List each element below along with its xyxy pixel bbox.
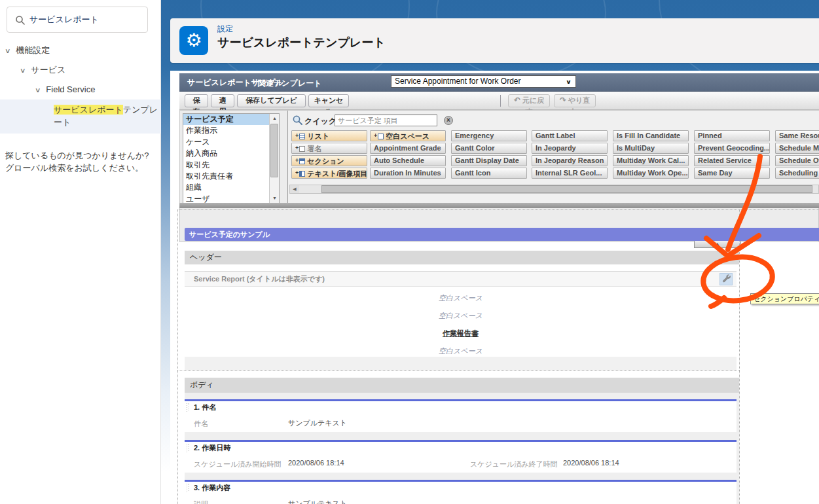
palette-widget-text[interactable]: +テキスト/画像項目 xyxy=(291,168,367,179)
template-toolbar: サービスレポートサンプル ▼ 関連テンプレート Service Appointm… xyxy=(179,73,819,92)
palette-widget-blank[interactable]: +空白スペース xyxy=(370,130,446,141)
palette-field-button[interactable]: Gantt Color xyxy=(451,143,527,154)
field-palette: クイック検索 × +リスト+署名+セクション+テキスト/画像項目+空白スペースA… xyxy=(287,111,819,204)
entity-list-panel: サービス予定作業指示ケース納入商品取引先取引先責任者組織ユーザ ▲ ▼ xyxy=(183,113,280,204)
chevron-down-icon[interactable]: ∨ xyxy=(5,44,11,58)
palette-field-button[interactable]: Auto Schedule xyxy=(370,155,446,166)
palette-widget-sign[interactable]: +署名 xyxy=(291,143,367,154)
sidebar-item-service-report-template[interactable]: サービスレポートテンプレート xyxy=(0,99,161,134)
body-region-bar: ボディ xyxy=(185,378,739,393)
undo-icon: ↶ xyxy=(514,96,520,105)
palette-field-button[interactable]: Pinned xyxy=(694,130,770,141)
report-title-link[interactable]: 作業報告書 xyxy=(185,329,737,338)
scroll-left-icon[interactable]: ◀ xyxy=(290,185,299,193)
scroll-up-icon[interactable]: ▲ xyxy=(270,114,280,123)
section-divider xyxy=(177,370,740,371)
setup-tree: ∨機能設定∨サービス∨Field Service xyxy=(0,43,161,102)
palette-field-button[interactable]: Prevent Geocoding... xyxy=(694,143,770,154)
blank-space-item: 空白スペース xyxy=(185,346,737,356)
editor-button-save-preview[interactable]: 保存してプレビュー xyxy=(237,94,306,107)
editor-button-save[interactable]: 保存 xyxy=(185,94,208,107)
setup-sidebar: ∨機能設定∨サービス∨Field Service サービスレポートテンプレート … xyxy=(0,0,161,504)
palette-horizontal-scrollbar[interactable]: ◀ xyxy=(289,185,819,194)
plus-icon: + xyxy=(295,157,299,164)
editor-button-apply[interactable]: 適用 xyxy=(211,94,234,107)
report-section[interactable]: 3. 作業内容説明サンプルテキスト xyxy=(185,480,737,504)
palette-field-button[interactable]: Same Day xyxy=(694,168,770,179)
field-value: 2020/08/06 18:14 xyxy=(288,459,344,467)
plus-icon: + xyxy=(295,145,299,151)
blank-space-item: 空白スペース xyxy=(185,311,737,321)
clear-search-icon[interactable]: × xyxy=(444,116,453,125)
plus-icon: + xyxy=(295,170,299,176)
section-number-title: 1. 件名 xyxy=(185,401,737,414)
sample-section-bar: サービス予定のサンプル xyxy=(185,228,819,241)
section-widget-icon xyxy=(299,158,305,164)
entity-list-item[interactable]: 取引先 xyxy=(183,160,269,171)
palette-field-button[interactable]: Scheduling F xyxy=(775,168,819,179)
chevron-down-icon[interactable]: ∨ xyxy=(20,63,26,78)
section-title: Service Report (タイトルは非表示です) xyxy=(194,274,325,284)
breadcrumb[interactable]: 設定 xyxy=(217,24,233,35)
entity-list-item[interactable]: 組織 xyxy=(183,182,269,193)
palette-field-button[interactable]: Appointment Grade xyxy=(370,143,446,154)
palette-field-button[interactable]: Same Resour xyxy=(775,130,819,141)
quick-search-input[interactable] xyxy=(335,115,437,126)
palette-field-button[interactable]: In Jeopardy xyxy=(532,143,608,154)
sidebar-item-label: サービスレポートテンプレート xyxy=(54,99,160,128)
palette-field-button[interactable]: Is Fill In Candidate xyxy=(613,130,689,141)
palette-field-button[interactable]: Related Service xyxy=(694,155,770,166)
entity-list-item[interactable]: ケース xyxy=(183,137,269,148)
scrollbar-thumb[interactable] xyxy=(270,124,278,177)
toolbar-divider xyxy=(500,95,501,107)
caret-down-icon[interactable]: ▼ xyxy=(251,79,257,85)
blank-space-item: 空白スペース xyxy=(185,293,737,303)
entity-list-item[interactable]: 作業指示 xyxy=(183,125,269,136)
field-value: サンプルテキスト xyxy=(288,418,347,428)
sidebar-tree-item[interactable]: ∨機能設定 xyxy=(0,43,161,63)
entity-list-scrollbar[interactable]: ▲ ▼ xyxy=(269,114,279,203)
palette-field-button[interactable]: Multiday Work Cal... xyxy=(613,155,689,166)
preview-border xyxy=(740,209,819,210)
palette-field-button[interactable]: In Jeopardy Reason xyxy=(532,155,608,166)
scroll-down-icon[interactable]: ▼ xyxy=(270,194,280,203)
scrollbar-thumb[interactable] xyxy=(321,185,812,193)
palette-field-button[interactable]: Gantt Icon xyxy=(451,168,527,179)
palette-field-button[interactable]: Gantt Label xyxy=(532,130,608,141)
tree-item-label: 機能設定 xyxy=(16,45,50,55)
palette-field-button[interactable]: Duration In Minutes xyxy=(370,168,446,179)
plus-icon: + xyxy=(374,132,377,139)
section-properties-button[interactable] xyxy=(719,273,733,285)
field-value: 2020/08/06 18:14 xyxy=(563,459,619,467)
palette-field-button[interactable]: Schedule Mo xyxy=(775,143,819,154)
sign-widget-icon xyxy=(299,146,305,152)
palette-field-button[interactable]: Internal SLR Geol... xyxy=(532,168,608,179)
palette-field-button[interactable]: Gantt Display Date xyxy=(451,155,527,166)
entity-list-item[interactable]: 取引先責任者 xyxy=(183,171,269,182)
related-template-label: 関連テンプレート xyxy=(258,78,321,89)
editor-frame-bottom xyxy=(179,203,819,208)
report-section[interactable]: 2. 作業日時スケジュール済み開始時間2020/08/06 18:14スケジュー… xyxy=(185,440,737,473)
chevron-down-icon[interactable]: ∨ xyxy=(35,83,41,98)
drag-handle-icon[interactable] xyxy=(187,444,190,452)
entity-list-item[interactable]: 納入商品 xyxy=(183,148,269,159)
drag-handle-icon[interactable] xyxy=(187,484,190,492)
palette-field-button[interactable]: Emergency xyxy=(451,130,527,141)
field-label: スケジュール済み終了時間 xyxy=(470,459,558,469)
entity-list-item[interactable]: サービス予定 xyxy=(183,114,269,125)
drag-handle-icon[interactable] xyxy=(187,403,190,412)
sidebar-tree-item[interactable]: ∨サービス xyxy=(0,63,161,82)
editor-button-cancel[interactable]: キャンセル xyxy=(308,94,349,107)
palette-field-button[interactable]: Multiday Work Ope... xyxy=(613,168,689,179)
sidebar-help-text: 探しているものが見つかりませんか? グローバル検索をお試しください。 xyxy=(5,149,160,174)
palette-widget-list[interactable]: +リスト xyxy=(291,130,367,141)
palette-widget-section[interactable]: +セクション xyxy=(291,155,367,166)
page-title: サービスレポートテンプレート xyxy=(217,35,386,50)
report-header-section[interactable]: Service Report (タイトルは非表示です) 空白スペース空白スペース… xyxy=(185,271,737,357)
related-template-select[interactable]: Service Appointment for Work Order ∨ xyxy=(391,75,576,88)
report-section[interactable]: 1. 件名件名サンプルテキスト xyxy=(185,399,737,432)
palette-field-button[interactable]: Is MultiDay xyxy=(613,143,689,154)
search-input[interactable] xyxy=(29,10,142,29)
sidebar-search-box[interactable] xyxy=(7,7,148,33)
palette-field-button[interactable]: Schedule Ov xyxy=(775,155,819,166)
